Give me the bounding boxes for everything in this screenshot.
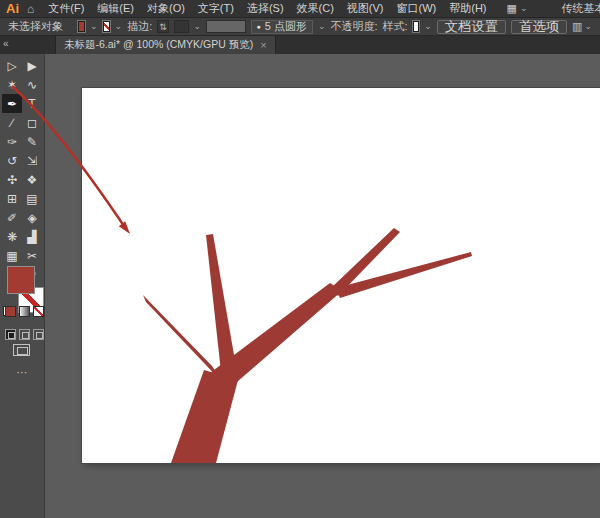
tree-artwork[interactable] [82,88,600,463]
document-setup-button[interactable]: 文档设置 [437,20,506,34]
draw-behind-button[interactable] [19,329,30,340]
selection-tool[interactable]: ▶ [22,56,42,75]
stroke-weight-stepper[interactable]: ⇅ [157,20,169,33]
shape-builder-tool[interactable]: ◈ [22,208,42,227]
screen-mode-button[interactable] [13,344,30,356]
symbol-sprayer-tool[interactable]: ❋ [2,227,22,246]
gradient-button[interactable] [19,306,30,317]
stroke-weight-label: 描边: [127,19,152,34]
menu-item-object[interactable]: 对象(O) [147,1,185,16]
type-tool[interactable]: T [22,94,42,113]
grid-icon: ▦ [507,2,517,15]
style-swatch[interactable] [413,21,420,32]
eyedropper-tool[interactable]: ✐ [2,208,22,227]
draw-inside-button[interactable] [33,329,44,340]
menu-item-effect[interactable]: 效果(C) [297,1,334,16]
menu-item-window[interactable]: 窗口(W) [397,1,437,16]
chevron-down-icon[interactable]: ⌄ [115,22,123,31]
control-bar: 未选择对象 ⌄ ⌄ 描边: ⇅ ⌄ ● 5 点圆形 ⌄ 不透明度: 样式: ⌄ … [0,18,600,36]
paint-mode-row [5,306,44,317]
brush-preview-icon: ● [257,23,261,30]
drawing-modes-row [5,329,44,340]
rotate-tool[interactable]: ↺ [2,151,22,170]
tool-grid: ▷ ▶ ✶ ∿ ✒ T ∕ ◻ ✑ ✎ ↺ ⇲ ✣ ❖ ⊞ ▤ ✐ ◈ ❋ ▟ … [2,56,43,284]
style-label: 样式: [383,19,408,34]
none-button[interactable] [33,306,44,317]
graph-tool[interactable]: ▟ [22,227,42,246]
line-segment-tool[interactable]: ∕ [2,113,22,132]
tab-bar: « 未标题-6.ai* @ 100% (CMYK/GPU 预览) × [0,36,600,54]
pencil-tool[interactable]: ✎ [22,132,42,151]
chevron-down-icon[interactable]: ⌄ [318,22,326,31]
pen-tool[interactable]: ✒ [2,94,22,113]
illustrator-window: Ai ⌂ 文件(F) 编辑(E) 对象(O) 文字(T) 选择(S) 效果(C)… [0,0,600,518]
canvas-area[interactable] [45,54,600,518]
menu-item-file[interactable]: 文件(F) [48,1,84,16]
arrange-documents-button[interactable]: ▥ ⌄ [572,20,592,33]
artboard-tool[interactable]: ⊞ [2,189,22,208]
chevron-down-icon: ⌄ [520,4,528,13]
chevron-down-icon[interactable]: ⌄ [424,22,432,31]
opacity-label[interactable]: 不透明度: [331,19,378,34]
shape-tool[interactable]: ◻ [22,113,42,132]
home-icon[interactable]: ⌂ [27,2,34,16]
tree-branch-shape[interactable] [206,234,238,381]
stroke-weight-field[interactable] [174,20,189,33]
mesh-tool[interactable]: ▦ [2,246,22,265]
tree-branch-shape[interactable] [143,295,224,384]
color-button[interactable] [5,306,16,317]
stroke-color-swatch[interactable] [103,21,110,32]
menubar: Ai ⌂ 文件(F) 编辑(E) 对象(O) 文字(T) 选择(S) 效果(C)… [0,0,600,18]
workspace-switcher-icon[interactable]: ▦ ⌄ [507,2,528,15]
chevron-down-icon[interactable]: ⌄ [90,22,98,31]
brush-name: 5 点圆形 [265,19,307,34]
document-tab[interactable]: 未标题-6.ai* @ 100% (CMYK/GPU 预览) × [55,36,276,54]
width-tool[interactable]: ✣ [2,170,22,189]
illustrator-logo: Ai [6,1,19,16]
brush-definition-dropdown[interactable]: ● 5 点圆形 [251,20,313,34]
selection-status: 未选择对象 [8,19,63,34]
close-icon[interactable]: × [260,39,266,51]
menu-item-type[interactable]: 文字(T) [198,1,234,16]
fill-color-swatch[interactable] [78,21,85,32]
edit-toolbar-icon[interactable]: ⋯ [0,366,45,379]
menu-item-edit[interactable]: 编辑(E) [97,1,134,16]
direct-selection-tool[interactable]: ▷ [2,56,22,75]
menu-item-select[interactable]: 选择(S) [247,1,284,16]
menu-item-view[interactable]: 视图(V) [347,1,384,16]
menu: 文件(F) 编辑(E) 对象(O) 文字(T) 选择(S) 效果(C) 视图(V… [48,1,486,16]
gradient-tool[interactable]: ▤ [22,189,42,208]
lasso-tool[interactable]: ∿ [22,75,42,94]
preferences-button[interactable]: 首选项 [511,20,567,34]
chevron-down-icon: ⌄ [584,22,592,31]
slice-tool[interactable]: ✂ [22,246,42,265]
fill-swatch[interactable] [7,266,35,294]
workspace-selector[interactable]: 传统基本功能 ⌄ [561,1,600,16]
free-transform-tool[interactable]: ❖ [22,170,42,189]
chevron-down-icon[interactable]: ⌄ [194,22,202,31]
paintbrush-tool[interactable]: ✑ [2,132,22,151]
draw-normal-button[interactable] [5,329,16,340]
magic-wand-tool[interactable]: ✶ [2,75,22,94]
workspace-name: 传统基本功能 [561,1,600,16]
menu-item-help[interactable]: 帮助(H) [449,1,486,16]
scale-tool[interactable]: ⇲ [22,151,42,170]
document-tab-title: 未标题-6.ai* @ 100% (CMYK/GPU 预览) [64,38,253,52]
tools-panel: ▷ ▶ ✶ ∿ ✒ T ∕ ◻ ✑ ✎ ↺ ⇲ ✣ ❖ ⊞ ▤ ✐ ◈ ❋ ▟ … [0,54,45,518]
collapse-panel-icon[interactable]: « [3,38,9,49]
width-profile-dropdown[interactable] [206,20,245,33]
arrange-documents-icon: ▥ [572,20,582,33]
artboard[interactable] [82,88,600,463]
